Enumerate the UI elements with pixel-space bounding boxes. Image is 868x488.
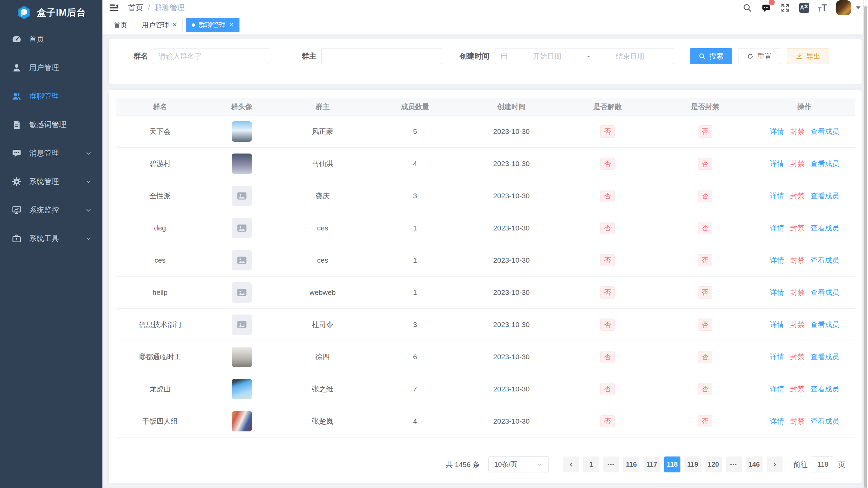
detail-link[interactable]: 详情 [770,384,784,394]
detail-link[interactable]: 详情 [770,352,784,362]
prev-page-button[interactable] [563,456,579,472]
chevron-down-icon [85,178,92,185]
user-menu[interactable] [836,0,861,15]
column-header: 成员数量 [366,102,464,111]
page-button-118-active[interactable]: 118 [664,456,680,472]
group-avatar-cell [204,121,279,142]
breadcrumb-home[interactable]: 首页 [128,3,143,13]
view-members-link[interactable]: 查看成员 [811,256,839,265]
logo-icon [17,5,32,20]
tab-user-management[interactable]: 用户管理 × [136,18,183,32]
actions-cell: 详情 封禁 查看成员 [754,256,855,265]
view-members-link[interactable]: 查看成员 [811,288,839,297]
search-button[interactable]: 搜索 [690,48,732,64]
sidebar-toggle-icon[interactable] [109,2,119,13]
view-members-link[interactable]: 查看成员 [811,159,839,168]
ban-link[interactable]: 封禁 [790,416,805,426]
ban-link[interactable]: 封禁 [790,320,805,329]
dissolved-tag: 否 [600,254,615,266]
detail-link[interactable]: 详情 [770,159,784,168]
view-members-link[interactable]: 查看成员 [811,191,839,201]
group-name-cell: 信息技术部门 [116,320,204,329]
close-icon[interactable]: × [172,21,177,29]
total-count-label: 共 1456 条 [446,460,480,469]
translate-icon[interactable]: A文 [799,3,809,13]
table-row: 信息技术部门 [116,309,855,341]
group-name-input[interactable] [153,48,269,64]
sidebar-item-messages[interactable]: 消息管理 [0,139,102,167]
pager-ellipsis[interactable]: ••• [603,456,619,472]
dissolved-cell: 否 [559,383,656,395]
page-button-146[interactable]: 146 [746,456,763,472]
tab-group-management[interactable]: 群聊管理 × [186,18,239,32]
tab-label: 用户管理 [142,21,169,30]
fullscreen-icon[interactable] [780,3,790,13]
group-owner-cell: 徐四 [279,352,366,362]
ban-link[interactable]: 封禁 [790,352,805,362]
search-icon[interactable] [742,3,752,13]
font-size-icon[interactable]: TT [818,3,828,13]
detail-link[interactable]: 详情 [770,288,784,297]
user-avatar[interactable] [836,0,851,15]
ban-link[interactable]: 封禁 [790,191,805,201]
breadcrumb-separator: / [148,3,150,12]
goto-page-input[interactable] [812,456,834,472]
notifications-message-icon[interactable] [761,3,771,13]
view-members-link[interactable]: 查看成员 [811,416,839,426]
view-members-link[interactable]: 查看成员 [811,352,839,362]
member-count-cell: 3 [366,321,464,329]
page-button-119[interactable]: 119 [684,456,701,472]
start-date-placeholder[interactable]: 开始日期 [508,52,586,61]
banned-cell: 否 [656,158,754,170]
detail-link[interactable]: 详情 [770,256,784,265]
ban-link[interactable]: 封禁 [790,256,805,265]
close-icon[interactable]: × [229,21,234,29]
ban-link[interactable]: 封禁 [790,384,805,394]
scrollbar-thumb[interactable] [864,6,867,488]
sidebar-item-sensitive-words[interactable]: 敏感词管理 [0,110,102,139]
page-button-117[interactable]: 117 [643,456,660,472]
end-date-placeholder[interactable]: 结束日期 [591,52,669,61]
date-range-picker[interactable]: 开始日期 - 结束日期 [495,48,674,64]
dashboard-icon [12,34,22,44]
detail-link[interactable]: 详情 [770,127,784,136]
page-button-120[interactable]: 120 [705,456,721,472]
sidebar-item-home[interactable]: 首页 [0,25,102,54]
actions-cell: 详情 封禁 查看成员 [754,320,855,329]
page-size-select[interactable]: 10条/页 [488,456,549,472]
page-button-116[interactable]: 116 [623,456,639,472]
caret-down-icon [856,6,861,9]
page-button-1[interactable]: 1 [583,456,599,472]
sidebar-item-users[interactable]: 用户管理 [0,54,102,82]
page-suffix-label: 页 [838,460,845,469]
tab-home[interactable]: 首页 [108,18,133,32]
detail-link[interactable]: 详情 [770,223,784,233]
group-avatar [232,379,252,399]
ban-link[interactable]: 封禁 [790,223,805,233]
view-members-link[interactable]: 查看成员 [811,384,839,394]
group-avatar [232,282,252,303]
ban-link[interactable]: 封禁 [790,127,805,136]
actions-cell: 详情 封禁 查看成员 [754,127,855,136]
view-members-link[interactable]: 查看成员 [811,127,839,136]
sidebar-item-system-tools[interactable]: 系统工具 [0,224,102,253]
detail-link[interactable]: 详情 [770,416,784,426]
member-count-cell: 7 [366,385,464,393]
ban-link[interactable]: 封禁 [790,159,805,168]
ban-link[interactable]: 封禁 [790,288,805,297]
banned-tag: 否 [698,190,712,202]
view-members-link[interactable]: 查看成员 [811,320,839,329]
sidebar-item-system-monitor[interactable]: 系统监控 [0,196,102,224]
image-placeholder-icon [236,190,248,202]
view-members-link[interactable]: 查看成员 [811,223,839,233]
sidebar-item-system-settings[interactable]: 系统管理 [0,167,102,196]
sidebar-item-groups[interactable]: 群聊管理 [0,82,102,110]
detail-link[interactable]: 详情 [770,320,784,329]
next-page-button[interactable] [767,456,783,472]
reset-button[interactable]: 重置 [738,48,780,64]
group-owner-input[interactable] [321,48,442,64]
detail-link[interactable]: 详情 [770,191,784,201]
export-button[interactable]: 导出 [787,48,829,64]
chevron-down-icon [536,461,543,468]
pager-ellipsis[interactable]: ••• [726,456,742,472]
